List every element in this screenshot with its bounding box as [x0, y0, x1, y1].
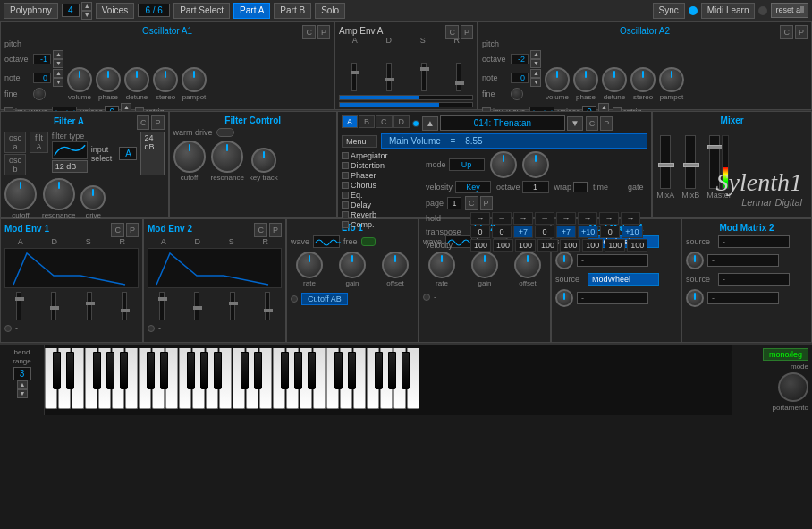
lfo1-offset-knob[interactable]	[382, 252, 409, 278]
arp-phaser-led[interactable]	[342, 172, 349, 179]
hold-7[interactable]: →	[599, 212, 619, 225]
mod-env2-copy[interactable]: C	[254, 223, 267, 237]
mm2-source1-dropdown[interactable]: -	[718, 235, 790, 248]
lfo2-rate-knob[interactable]	[428, 252, 455, 278]
arp-comp-led[interactable]	[342, 221, 349, 228]
filt-a-button[interactable]: filt A	[30, 132, 48, 153]
black-key[interactable]	[388, 352, 396, 389]
amp-attack-track[interactable]	[351, 63, 357, 91]
vel-6[interactable]: 100	[582, 239, 603, 252]
wrap-toggle[interactable]	[573, 182, 588, 192]
fine-knob[interactable]	[33, 88, 46, 100]
arp-delay-led[interactable]	[342, 201, 349, 209]
mono-leg-button[interactable]: mono/leg	[763, 348, 808, 361]
note-down2[interactable]: ▼	[530, 78, 541, 87]
me2-d-track[interactable]	[194, 292, 199, 320]
black-key[interactable]	[375, 352, 383, 389]
note-up[interactable]: ▲	[53, 69, 63, 78]
black-key[interactable]	[93, 352, 101, 389]
black-key[interactable]	[200, 352, 208, 389]
page-value[interactable]: 1	[447, 197, 461, 209]
mm1-knob2[interactable]	[555, 289, 573, 307]
vel-4[interactable]: 100	[537, 239, 558, 252]
part-a-button[interactable]: Part A	[233, 3, 270, 19]
octave-value2[interactable]: -2	[511, 54, 529, 64]
osc-a1-paste[interactable]: P	[317, 25, 330, 39]
note-value2[interactable]: 0	[511, 73, 529, 83]
vel-1[interactable]: 100	[470, 239, 491, 252]
arp-arpegiator-led[interactable]	[342, 152, 349, 159]
osc-a2-detune-knob[interactable]	[602, 67, 627, 92]
amp-decay-track[interactable]	[386, 63, 392, 91]
black-key[interactable]	[402, 352, 410, 389]
osc-a-button[interactable]: osc a	[4, 132, 26, 153]
bend-up[interactable]: ▲	[17, 380, 28, 389]
me1-a-track[interactable]	[16, 292, 21, 320]
arp-tab-c[interactable]: C	[376, 115, 393, 128]
hold-8[interactable]: →	[621, 212, 640, 225]
arp-reverb-led[interactable]	[342, 211, 349, 218]
part-select-button[interactable]: Part Select	[173, 3, 230, 19]
filter-a-copy[interactable]: C	[137, 115, 150, 130]
polyphony-up[interactable]: ▲	[81, 2, 92, 11]
arp-tab-d[interactable]: D	[393, 115, 410, 128]
osc-a2-paste[interactable]: P	[795, 25, 808, 39]
vel-7[interactable]: 100	[605, 239, 625, 252]
arp-tab-a[interactable]: A	[342, 115, 358, 128]
transpose-1[interactable]: 0	[470, 226, 490, 238]
octave-up[interactable]: ▲	[53, 50, 63, 59]
arp-scroll-down[interactable]: ▼	[567, 116, 583, 131]
hold-5[interactable]: →	[556, 212, 576, 225]
black-key[interactable]	[147, 352, 155, 389]
filter-a-cutoff-knob[interactable]	[4, 178, 37, 210]
amp-h-fader1[interactable]	[339, 95, 473, 100]
mm1-source2-dropdown[interactable]: ModWheel	[588, 273, 659, 286]
hold-6[interactable]: →	[578, 212, 597, 225]
black-key[interactable]	[120, 352, 128, 389]
octave-value[interactable]: -1	[33, 54, 51, 64]
osc-a2-phase-knob[interactable]	[573, 67, 598, 92]
transpose-6[interactable]: +10	[578, 226, 598, 238]
me1-s-track[interactable]	[87, 292, 92, 320]
osc-a1-volume-knob[interactable]	[67, 67, 92, 92]
mm2-target2-dropdown[interactable]: -	[707, 292, 779, 304]
black-key[interactable]	[66, 352, 74, 389]
vel-3[interactable]: 100	[515, 239, 536, 252]
osc-a2-stereo-knob[interactable]	[630, 67, 656, 92]
portamento-knob[interactable]	[778, 372, 808, 402]
mm2-source2-dropdown[interactable]: -	[718, 273, 790, 286]
arp-time-knob[interactable]	[490, 151, 517, 178]
mode-value[interactable]: Up	[449, 158, 485, 171]
transpose-8[interactable]: +10	[622, 226, 642, 238]
black-key[interactable]	[308, 352, 316, 389]
transpose-4[interactable]: 0	[535, 226, 554, 238]
osc-a2-pampot-knob[interactable]	[659, 67, 684, 92]
vel-2[interactable]: 100	[493, 239, 513, 252]
hold-3[interactable]: →	[513, 212, 533, 225]
black-key[interactable]	[348, 352, 356, 389]
arp-distortion-led[interactable]	[342, 162, 349, 169]
octave-down[interactable]: ▼	[53, 59, 63, 68]
mm1-knob1[interactable]	[555, 252, 573, 269]
filter-a-paste[interactable]: P	[151, 115, 164, 130]
mm2-target1-dropdown[interactable]: -	[707, 254, 779, 267]
arp-tab-b[interactable]: B	[359, 115, 375, 128]
amp-h-fader2[interactable]	[339, 102, 473, 107]
midi-learn-button[interactable]: Midi Learn	[701, 3, 756, 19]
me2-r-track[interactable]	[265, 292, 270, 320]
vel-8[interactable]: 100	[627, 239, 647, 252]
osc-a1-stereo-knob[interactable]	[153, 67, 178, 92]
hold-4[interactable]: →	[535, 212, 554, 225]
polyphony-down[interactable]: ▼	[81, 11, 92, 20]
bend-down[interactable]: ▼	[17, 389, 28, 398]
mm2-knob1[interactable]	[686, 252, 704, 269]
amp-release-track[interactable]	[456, 63, 461, 91]
transpose-7[interactable]: 0	[600, 226, 620, 238]
velocity-value[interactable]: Key	[455, 181, 491, 193]
mm2-knob2[interactable]	[686, 289, 704, 307]
amp-env-paste[interactable]: P	[461, 25, 473, 39]
black-key[interactable]	[334, 352, 343, 389]
note-down[interactable]: ▼	[53, 78, 63, 87]
black-key[interactable]	[187, 352, 195, 389]
filter-ctrl-cutoff-knob[interactable]	[173, 141, 206, 173]
